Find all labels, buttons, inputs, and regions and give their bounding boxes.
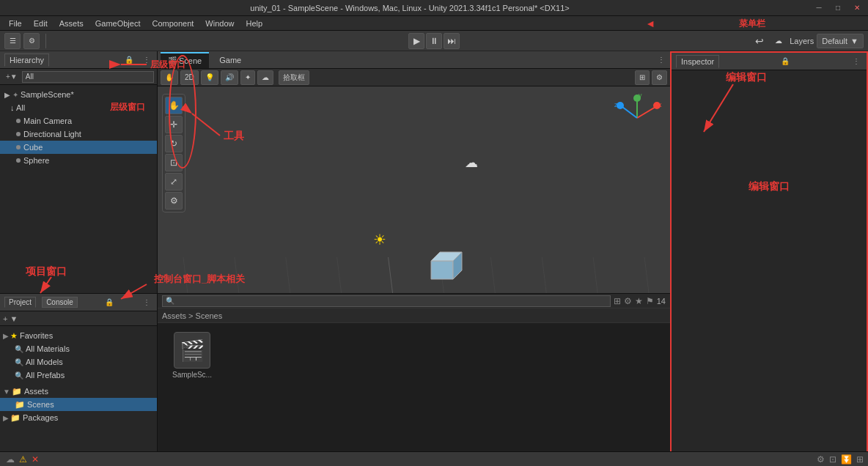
play-button[interactable]: ▶	[408, 33, 424, 49]
pause-button[interactable]: ⏸	[426, 33, 442, 49]
play-controls: ▶ ⏸ ⏭	[408, 33, 460, 49]
scene-grid-btn[interactable]: ⊞	[635, 70, 650, 85]
hierarchy-toolbar: +▼	[0, 69, 157, 85]
proj-assets[interactable]: ▼ 📁 Assets	[0, 385, 157, 398]
menu-help[interactable]: Help	[240, 16, 268, 31]
hierarchy-search[interactable]	[22, 71, 154, 83]
proj-all-models[interactable]: 🔍All Models	[0, 355, 157, 369]
flag-icon[interactable]: ⚑	[646, 296, 654, 306]
close-button[interactable]: ✕	[852, 3, 862, 13]
scene-tab[interactable]: 🎬 Scene	[161, 52, 209, 68]
tool-rect[interactable]: ⤢	[165, 173, 183, 191]
scene-pick-btn[interactable]: 拾取框	[279, 70, 309, 85]
gear-icon[interactable]: ⚙	[624, 296, 632, 306]
inspector-content: 编辑窗口	[672, 70, 867, 465]
tool-move[interactable]: ✛	[165, 116, 183, 133]
path-breadcrumb: Assets > Scenes	[158, 308, 670, 323]
title-bar: unity_01 - SampleScene - Windows, Mac, L…	[0, 0, 868, 16]
bottom-icon-3[interactable]: ⏬	[841, 454, 852, 465]
asset-samplescene[interactable]: 🎬 SampleSc...	[166, 332, 218, 379]
hier-sphere[interactable]: Sphere	[0, 154, 157, 167]
tool-rotate[interactable]: ↻	[165, 135, 183, 152]
scene-fx-btn[interactable]: ✦	[240, 70, 255, 85]
menu-edit[interactable]: Edit	[28, 16, 54, 31]
scene-skybox-btn[interactable]: ☁	[257, 70, 273, 85]
scene-audio-btn[interactable]: 🔊	[221, 70, 238, 85]
project-tab[interactable]: Project	[4, 297, 36, 308]
toolbar-collapse-btn[interactable]: ☰	[4, 33, 21, 49]
scene-tab-menu[interactable]: ⋮	[655, 54, 667, 66]
hierarchy-lock-icon[interactable]: 🔒	[123, 54, 135, 66]
scene-2d-btn[interactable]: 2D	[180, 70, 199, 85]
hier-main-camera[interactable]: Main Camera	[0, 114, 157, 127]
scene-draw-btn[interactable]: ✋	[161, 70, 178, 85]
toolbar-settings-btn[interactable]: ⚙	[23, 33, 40, 49]
asset-count: 14	[657, 297, 666, 306]
proj-all-prefabs[interactable]: 🔍All Prefabs	[0, 369, 157, 382]
inspector-lock-icon[interactable]: 🔒	[779, 56, 791, 67]
inspector-menu-icon[interactable]: ⋮	[850, 56, 862, 67]
hier-directional-light[interactable]: Directional Light	[0, 127, 157, 141]
cloud-object: ☁	[465, 155, 478, 171]
scene-tools-panel: ✋ ✛ ↻ ⊡ ⤢ ⚙	[162, 94, 185, 212]
annotation-editor-window-label: 编辑窗口	[749, 180, 790, 193]
assets-browser: 🎬 SampleSc...	[158, 323, 670, 451]
status-error-icon[interactable]: ✕	[32, 454, 39, 465]
hierarchy-menu-icon[interactable]: ⋮	[141, 54, 152, 66]
menu-assets[interactable]: Assets	[54, 16, 89, 31]
project-add-btn[interactable]: + ▼	[3, 314, 18, 323]
cube-object[interactable]	[424, 246, 464, 279]
svg-text:x: x	[658, 101, 662, 108]
sun-object: ☀	[373, 231, 388, 245]
project-panel: Project Console 🔒 ⋮ + ▼ ▶ ★ Favorites 🔍A…	[0, 294, 158, 451]
proj-favorites[interactable]: ▶ ★ Favorites	[0, 329, 157, 342]
bottom-icon-1[interactable]: ⚙	[817, 454, 825, 465]
scene-light-btn[interactable]: 💡	[201, 70, 218, 85]
maximize-button[interactable]: □	[833, 3, 843, 13]
inspector-header: Inspector 🔒 ⋮	[672, 53, 867, 70]
hier-all[interactable]: ↓ All	[0, 101, 157, 114]
svg-marker-24	[431, 261, 453, 279]
project-header: Project Console 🔒 ⋮	[0, 294, 157, 311]
proj-packages[interactable]: ▶ 📁 Packages	[0, 411, 157, 424]
menu-bar: File Edit Assets GameObject Component Wi…	[0, 16, 868, 31]
project-menu-icon[interactable]: ⋮	[141, 297, 152, 308]
undo-btn[interactable]: ↩	[751, 33, 768, 49]
game-tab[interactable]: Game	[212, 52, 249, 68]
hier-cube[interactable]: Cube	[0, 141, 157, 154]
tool-hand[interactable]: ✋	[165, 97, 183, 114]
tool-scale[interactable]: ⊡	[165, 154, 183, 171]
step-button[interactable]: ⏭	[444, 33, 460, 49]
menu-gameobject[interactable]: GameObject	[89, 16, 147, 31]
console-toolbar: ⊞ ⚙ ★ ⚑ 14	[158, 294, 670, 308]
status-warning-icon[interactable]: ⚠	[19, 454, 27, 465]
bottom-icon-4[interactable]: ⊞	[856, 454, 864, 465]
menu-window[interactable]: Window	[199, 16, 240, 31]
bottom-icon-2[interactable]: ⊡	[829, 454, 836, 465]
menu-component[interactable]: Component	[146, 16, 199, 31]
collapse-icon[interactable]: ⊞	[614, 296, 621, 306]
layers-dropdown[interactable]: Default ▼	[817, 34, 864, 48]
menu-file[interactable]: File	[3, 16, 28, 31]
minimize-button[interactable]: ─	[814, 3, 824, 13]
bottom-area: Project Console 🔒 ⋮ + ▼ ▶ ★ Favorites 🔍A…	[0, 293, 670, 451]
inspector-tab[interactable]: Inspector	[676, 55, 719, 68]
star-icon[interactable]: ★	[635, 296, 643, 306]
hierarchy-tab[interactable]: Hierarchy	[4, 53, 49, 67]
asset-search-input[interactable]	[162, 295, 611, 307]
annotation-menubar-label: 菜单栏	[739, 18, 765, 30]
proj-all-materials[interactable]: 🔍All Materials	[0, 342, 157, 355]
bottom-right-icons: ⚙ ⊡ ⏬ ⊞	[670, 451, 868, 466]
proj-scenes[interactable]: 📁Scenes	[0, 398, 157, 411]
svg-text:z: z	[614, 101, 618, 108]
project-tree: ▶ ★ Favorites 🔍All Materials 🔍All Models…	[0, 326, 157, 451]
project-lock-icon[interactable]: 🔒	[103, 297, 115, 308]
console-tab[interactable]: Console	[42, 297, 78, 308]
tool-custom[interactable]: ⚙	[165, 192, 183, 210]
status-cloud-icon[interactable]: ☁	[6, 454, 15, 465]
hierarchy-add-btn[interactable]: +▼	[3, 73, 21, 81]
scene-gizmo-btn[interactable]: ⚙	[652, 70, 667, 85]
layers-label: Layers	[790, 37, 814, 45]
collab-btn[interactable]: ☁	[770, 33, 787, 49]
hier-samplescene[interactable]: ▶ ✦ SampleScene*	[0, 88, 157, 101]
